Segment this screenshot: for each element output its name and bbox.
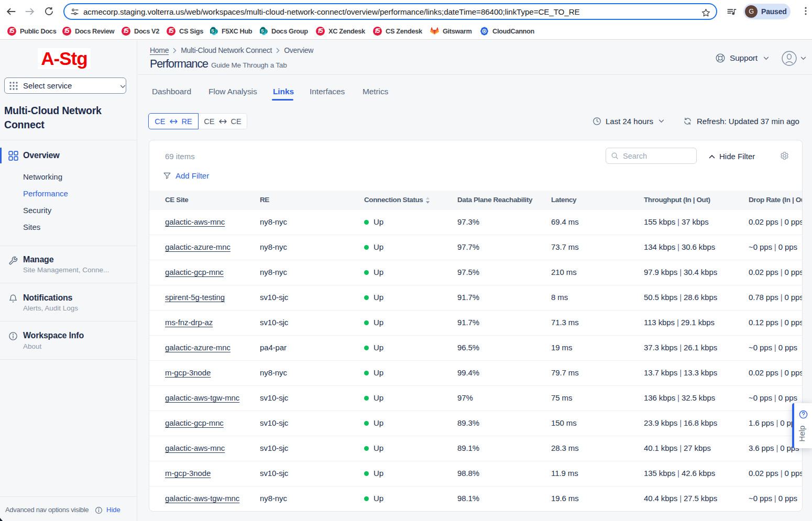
- svg-text:S: S: [211, 28, 214, 34]
- svg-text:S: S: [261, 28, 264, 34]
